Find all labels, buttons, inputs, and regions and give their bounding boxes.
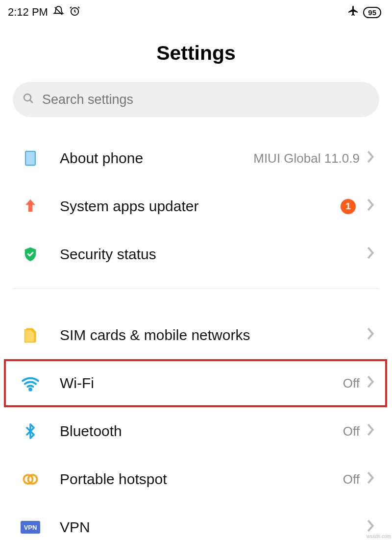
row-label: VPN — [60, 519, 367, 536]
dnd-icon — [53, 5, 64, 20]
alarm-icon — [69, 5, 80, 20]
bluetooth-icon — [21, 421, 40, 441]
hotspot-icon — [21, 469, 40, 489]
svg-point-1 — [24, 94, 31, 101]
chevron-right-icon — [367, 198, 374, 215]
row-security-status[interactable]: Security status — [0, 230, 392, 278]
row-label: Security status — [60, 246, 367, 263]
row-value: MIUI Global 11.0.9 — [253, 151, 360, 166]
page-title: Settings — [0, 42, 392, 65]
search-icon — [23, 93, 34, 106]
row-label: Portable hotspot — [60, 471, 343, 488]
update-arrow-icon — [21, 196, 40, 216]
row-label: About phone — [60, 150, 253, 167]
row-about-phone[interactable]: About phone MIUI Global 11.0.9 — [0, 134, 392, 182]
chevron-right-icon — [367, 327, 374, 344]
vpn-icon: VPN — [21, 517, 40, 537]
row-label: Bluetooth — [60, 423, 343, 440]
phone-icon — [21, 148, 40, 168]
wifi-icon — [21, 373, 40, 393]
chevron-right-icon — [367, 375, 374, 392]
watermark: wsxdn.com — [367, 534, 391, 539]
row-label: SIM cards & mobile networks — [60, 327, 367, 344]
row-value: Off — [343, 376, 360, 391]
row-system-updater[interactable]: System apps updater 1 — [0, 182, 392, 230]
search-input[interactable] — [42, 92, 369, 107]
chevron-right-icon — [367, 471, 374, 488]
section-divider — [13, 288, 379, 289]
battery-indicator: 95 — [363, 7, 381, 18]
row-wifi[interactable]: Wi-Fi Off — [4, 359, 387, 407]
notification-badge: 1 — [341, 199, 356, 214]
sim-icon — [21, 325, 40, 345]
svg-rect-2 — [25, 151, 35, 165]
chevron-right-icon — [367, 246, 374, 263]
status-time: 2:12 PM — [8, 6, 48, 19]
row-vpn[interactable]: VPN VPN — [0, 503, 392, 540]
row-value: Off — [343, 424, 360, 439]
search-bar[interactable] — [13, 82, 379, 117]
chevron-right-icon — [367, 423, 374, 440]
row-label: System apps updater — [60, 198, 341, 215]
shield-icon — [21, 245, 40, 264]
airplane-icon — [347, 5, 359, 20]
row-bluetooth[interactable]: Bluetooth Off — [0, 407, 392, 455]
row-label: Wi-Fi — [60, 375, 343, 392]
row-sim-cards[interactable]: SIM cards & mobile networks — [0, 311, 392, 359]
svg-text:VPN: VPN — [24, 524, 37, 531]
status-bar: 2:12 PM 95 — [0, 0, 392, 25]
chevron-right-icon — [367, 150, 374, 167]
row-value: Off — [343, 472, 360, 487]
row-hotspot[interactable]: Portable hotspot Off — [0, 455, 392, 503]
svg-point-3 — [29, 389, 31, 391]
